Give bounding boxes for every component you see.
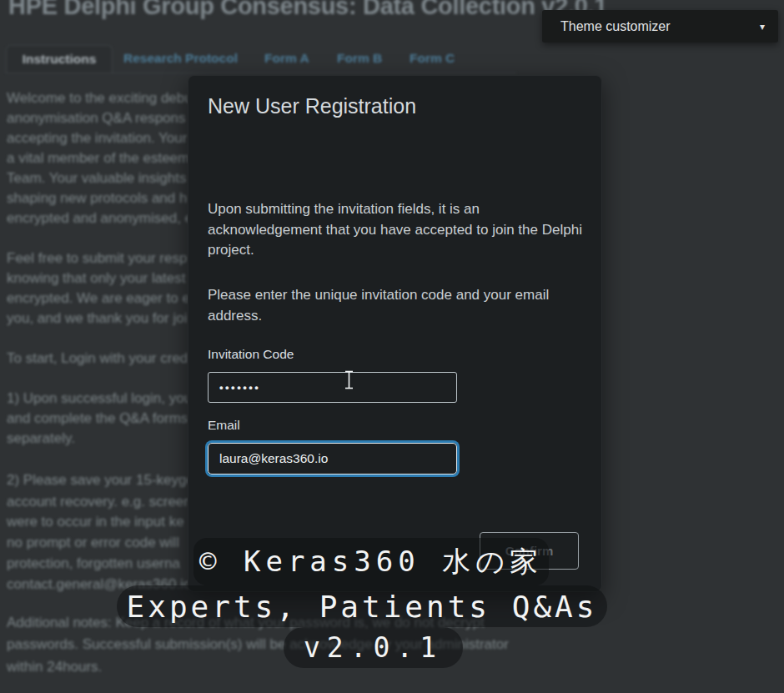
new-user-registration-dialog: New User Registration Upon submitting th… <box>188 75 602 592</box>
tabbar-divider <box>6 73 516 73</box>
page-title: HPE Delphi Group Consensus: Data Collect… <box>8 0 607 20</box>
tab-form-a[interactable]: Form A <box>264 51 309 66</box>
instructions-text-line: shaping new protocols and h <box>7 190 187 207</box>
theme-customizer-label: Theme customizer <box>560 19 760 34</box>
instructions-text-line: account recovery. e.g. screen <box>7 494 192 510</box>
tab-form-c[interactable]: Form C <box>410 51 455 66</box>
invitation-code-label: Invitation Code <box>208 347 294 362</box>
ibeam-cursor-icon <box>344 370 354 393</box>
instructions-text-line: no prompt or error code will <box>7 535 179 551</box>
tab-form-b[interactable]: Form B <box>337 51 382 66</box>
app-window: HPE Delphi Group Consensus: Data Collect… <box>0 0 784 693</box>
instructions-text-line: anonymisation Q&A respons <box>7 110 186 127</box>
instructions-text-line: Welcome to the exciting debu <box>7 90 193 107</box>
instructions-text-line: encrypted. We are eager to e <box>7 290 190 307</box>
watermark-copyright-text: © Keras360 水の家 <box>199 543 543 581</box>
watermark-version-text: v2.0.1 <box>304 631 443 664</box>
instructions-text-line: knowing that only your latest <box>7 270 186 287</box>
instructions-text-line: protection, forgotten userna <box>7 555 180 572</box>
instructions-text-line: Feel free to submit your resp <box>7 250 187 267</box>
instructions-text-line: 1) Upon successful login, you <box>7 390 192 407</box>
email-input[interactable] <box>208 443 457 475</box>
instructions-text-line: and complete the Q&A forms <box>7 410 188 427</box>
instructions-text-line: within 24hours. <box>7 659 102 675</box>
watermark-subtitle-text: Experts, Patients Q&As <box>127 590 598 624</box>
dialog-body-paragraph-2: Please enter the unique invitation code … <box>208 285 589 326</box>
instructions-text-line: To start, Login with your cred <box>7 350 188 367</box>
invitation-code-input[interactable] <box>208 372 457 403</box>
instructions-text-line: accepting the invitation. Your <box>7 130 187 147</box>
watermark-version: v2.0.1 <box>284 627 463 668</box>
tab-instructions-label: Instructions <box>23 52 97 67</box>
instructions-text-line: separately. <box>7 430 75 447</box>
watermark-copyright: © Keras360 水の家 <box>193 538 549 585</box>
instructions-text-line: you, and we thank you for joi <box>7 310 187 327</box>
theme-customizer-dropdown[interactable]: Theme customizer ▾ <box>542 10 778 43</box>
email-label: Email <box>208 418 240 433</box>
instructions-text-line: 2) Please save your 15-keyge <box>7 472 194 489</box>
instructions-text-line: were to occur in the input ke <box>7 514 184 530</box>
instructions-text-line: a vital member of the esteem <box>7 150 189 167</box>
instructions-text-line: Team. Your valuable insights <box>7 170 186 187</box>
watermark-subtitle: Experts, Patients Q&As <box>117 585 607 627</box>
chevron-down-icon: ▾ <box>760 21 765 33</box>
dialog-body-paragraph-1: Upon submitting the invitation fields, i… <box>208 199 589 261</box>
tab-instructions[interactable]: Instructions <box>6 45 113 73</box>
dialog-title: New User Registration <box>208 94 416 118</box>
tab-research-protocol[interactable]: Research Protocol <box>123 51 238 66</box>
instructions-text-line: encrypted and anonymised, e <box>7 210 193 227</box>
